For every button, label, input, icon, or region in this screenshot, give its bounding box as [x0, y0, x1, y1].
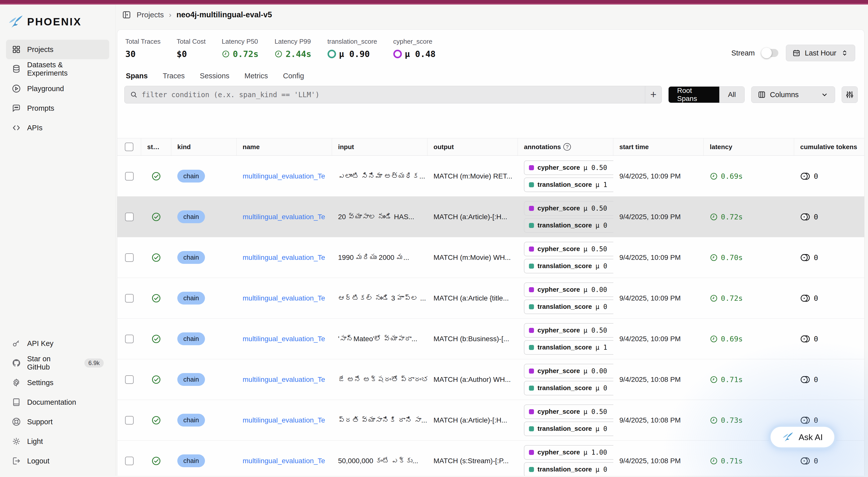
breadcrumb-separator: ›	[169, 10, 171, 19]
status-ok-icon	[151, 293, 161, 303]
annotation-name: cypher_score	[537, 204, 580, 212]
annotations-cell: cypher_score μ 0.50 translation_score μ …	[518, 319, 613, 359]
row-checkbox[interactable]	[125, 375, 134, 384]
span-name-link[interactable]: multilingual_evaluation_Te	[243, 172, 325, 180]
segment-all[interactable]: All	[719, 87, 744, 103]
sidebar-item-settings[interactable]: Settings	[6, 373, 109, 392]
annotation-name: translation_score	[537, 425, 592, 433]
filter-condition-input[interactable]: filter condition (e.x. span_kind == 'LLM…	[125, 86, 645, 103]
span-kind-badge: chain	[177, 454, 205, 467]
row-checkbox[interactable]	[125, 294, 134, 303]
span-name-link[interactable]: multilingual_evaluation_Te	[243, 457, 325, 465]
annotation-color-swatch	[529, 450, 534, 455]
tab-bar: Spans Traces Sessions Metrics Config	[117, 61, 864, 82]
select-all-checkbox[interactable]	[125, 142, 133, 151]
annotation-mean-value: μ 0	[595, 466, 607, 473]
sidebar-item-datasets[interactable]: Datasets & Experiments	[6, 59, 109, 79]
book-icon	[11, 398, 21, 407]
sidebar-item-projects[interactable]: Projects	[6, 40, 109, 59]
row-checkbox[interactable]	[125, 335, 134, 343]
latency-value: 0.71s	[721, 375, 743, 384]
status-ok-icon	[151, 456, 161, 466]
tab-traces[interactable]: Traces	[163, 72, 185, 80]
time-range-button[interactable]: Last Hour	[786, 45, 855, 61]
metric-latency-p99: Latency P99 2.44s	[275, 38, 311, 59]
row-checkbox[interactable]	[125, 416, 134, 424]
col-header-kind[interactable]: kind	[171, 138, 237, 155]
table-row[interactable]: chain multilingual_evaluation_Te ప్రతి వ…	[117, 400, 864, 441]
segment-root-spans[interactable]: Root Spans	[669, 87, 719, 103]
col-header-latency[interactable]: latency	[704, 138, 794, 155]
status-ok-icon	[151, 415, 161, 425]
status-ok-icon	[151, 253, 161, 263]
sidebar-item-label: Light	[27, 437, 43, 446]
col-header-cumulative-tokens[interactable]: cumulative tokens	[794, 138, 864, 155]
annotation-chip: translation_score μ 0	[524, 218, 613, 233]
ask-ai-button[interactable]: Ask AI	[769, 425, 836, 449]
phoenix-logo[interactable]: PHOENIX	[6, 11, 109, 40]
span-name-link[interactable]: multilingual_evaluation_Te	[243, 213, 325, 221]
row-checkbox[interactable]	[125, 253, 134, 262]
sidebar-item-theme-light[interactable]: Light	[6, 432, 109, 451]
table-row[interactable]: chain multilingual_evaluation_Te ఆర్టికల…	[117, 278, 864, 319]
table-row[interactable]: chain multilingual_evaluation_Te 'సాన్‌M…	[117, 319, 864, 359]
life-buoy-icon	[11, 417, 21, 426]
table-row[interactable]: chain multilingual_evaluation_Te 1990 మర…	[117, 237, 864, 278]
clock-icon	[275, 50, 283, 58]
col-header-annotations[interactable]: annotations ?	[518, 138, 613, 155]
sidebar-item-github[interactable]: Star on GitHub 6.9k	[6, 353, 109, 373]
start-time-cell: 9/4/2025, 10:09 PM	[613, 237, 704, 278]
span-input-cell: ఎలాంటి సినిమా అత్యధిక...	[332, 156, 428, 196]
span-name-link[interactable]: multilingual_evaluation_Te	[243, 376, 325, 384]
annotation-chip: translation_score μ 0	[524, 421, 613, 436]
sidebar-item-prompts[interactable]: Prompts	[6, 98, 109, 118]
col-header-output[interactable]: output	[428, 138, 518, 155]
metric-total-cost: Total Cost $0	[177, 38, 206, 59]
annotations-cell: cypher_score μ 0.50 translation_score μ …	[518, 197, 613, 237]
annotation-chip: cypher_score μ 1.00	[524, 445, 613, 460]
span-name-link[interactable]: multilingual_evaluation_Te	[243, 416, 325, 424]
breadcrumb-projects-link[interactable]: Projects	[136, 10, 164, 19]
col-header-status[interactable]: st…	[141, 138, 171, 155]
stream-toggle[interactable]	[762, 49, 778, 57]
table-row[interactable]: chain multilingual_evaluation_Te జే అనే …	[117, 359, 864, 400]
collapse-sidebar-icon[interactable]	[122, 10, 132, 20]
columns-button[interactable]: Columns	[751, 86, 835, 103]
sidebar-item-apis[interactable]: APIs	[6, 118, 109, 137]
sidebar-item-playground[interactable]: Playground	[6, 79, 109, 98]
metric-value: μ 0.90	[339, 49, 370, 59]
tab-metrics[interactable]: Metrics	[244, 72, 268, 80]
annotation-name: cypher_score	[537, 164, 580, 171]
metric-label: Total Cost	[177, 38, 206, 45]
table-row[interactable]: chain multilingual_evaluation_Te 50,000,…	[117, 441, 864, 476]
annotation-mean-value: μ 1.00	[583, 449, 607, 456]
span-output-cell: MATCH (m:Movie) WH...	[428, 237, 518, 278]
annotation-name: cypher_score	[537, 326, 580, 334]
col-header-input[interactable]: input	[332, 138, 428, 155]
row-checkbox[interactable]	[125, 457, 134, 465]
row-checkbox[interactable]	[125, 213, 134, 221]
col-header-name[interactable]: name	[237, 138, 332, 155]
span-name-link[interactable]: multilingual_evaluation_Te	[243, 294, 325, 302]
tab-config[interactable]: Config	[283, 72, 304, 80]
table-row[interactable]: chain multilingual_evaluation_Te ఎలాంటి …	[117, 156, 864, 197]
display-settings-button[interactable]	[842, 86, 858, 103]
breadcrumb: Projects › neo4j-multilingual-eval-v5	[116, 4, 868, 25]
row-checkbox[interactable]	[125, 172, 134, 181]
col-header-start-time[interactable]: start time	[613, 138, 704, 155]
metric-label: Latency P50	[222, 38, 258, 45]
sidebar-item-documentation[interactable]: Documentation	[6, 392, 109, 412]
span-name-link[interactable]: multilingual_evaluation_Te	[243, 335, 325, 343]
tokens-icon	[800, 334, 810, 344]
toggle-knob	[761, 48, 772, 58]
sidebar-item-logout[interactable]: Logout	[6, 451, 109, 471]
table-row[interactable]: chain multilingual_evaluation_Te 20 వ్యా…	[117, 197, 864, 237]
annotations-cell: cypher_score μ 1.00 translation_score μ …	[518, 441, 613, 476]
span-input-cell: 20 వ్యాసాల నుండి HAS...	[332, 197, 428, 237]
tab-spans[interactable]: Spans	[126, 72, 148, 80]
tab-sessions[interactable]: Sessions	[200, 72, 229, 80]
span-name-link[interactable]: multilingual_evaluation_Te	[243, 254, 325, 262]
add-filter-button[interactable]: +	[645, 86, 661, 103]
sidebar-item-support[interactable]: Support	[6, 412, 109, 432]
sidebar-item-api-key[interactable]: API Key	[6, 333, 109, 353]
